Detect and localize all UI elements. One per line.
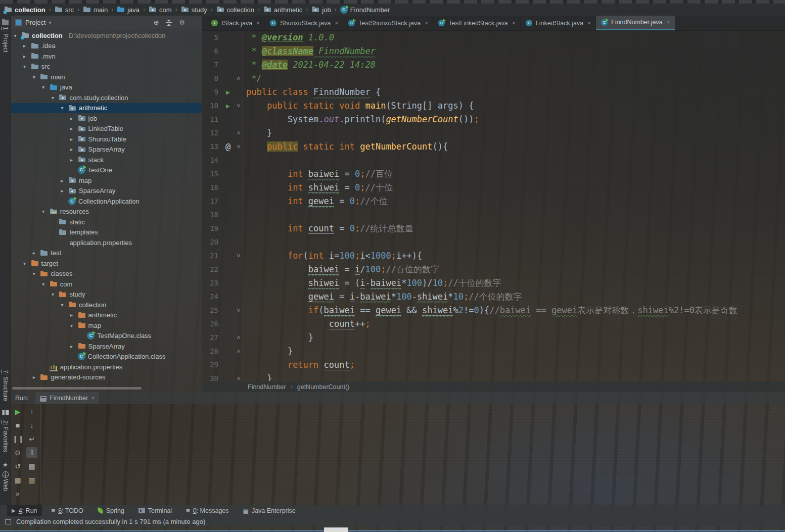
tree-item-java[interactable]: ▾java: [11, 82, 202, 93]
tree-item-SparseArray[interactable]: ▸SparseArray: [11, 186, 202, 197]
annotation-gutter-icon[interactable]: @: [221, 140, 235, 154]
toolwindow-button-6todo[interactable]: ≡6: TODO: [47, 505, 88, 516]
tree-item-com[interactable]: ▾com: [11, 279, 202, 289]
tab-TestShunxuStack.java[interactable]: CTestShunxuStack.java×: [343, 16, 433, 30]
chevron-right-icon[interactable]: ▸: [59, 188, 66, 194]
toolwindow-button-spring[interactable]: Spring: [93, 505, 129, 516]
console-toolbar-soft-wrap-icon[interactable]: ↵: [26, 433, 37, 445]
fold-marker-icon[interactable]: ˅: [235, 140, 243, 154]
breadcrumb-item-collection[interactable]: collection: [4, 6, 45, 14]
gear-icon[interactable]: ⚙: [179, 19, 185, 26]
chevron-down-icon[interactable]: ▾: [40, 84, 47, 90]
tree-item-SparseArray[interactable]: ▸SparseArray: [11, 144, 202, 155]
chevron-right-icon[interactable]: ▸: [21, 54, 28, 59]
toolwindow-button-javaenterprise[interactable]: ▦Java Enterprise: [239, 505, 300, 516]
chevron-right-icon[interactable]: ▸: [68, 116, 75, 121]
console-toolbar-print-icon[interactable]: ▤: [26, 461, 37, 472]
run-toolbar-pause-icon[interactable]: ❙❙: [12, 433, 23, 445]
console-toolbar-clear-all-icon[interactable]: ▥: [26, 474, 37, 486]
close-icon[interactable]: ×: [256, 20, 260, 27]
console-toolbar-up-stacktrace-icon[interactable]: ↑: [26, 406, 37, 417]
breadcrumb-item-study[interactable]: study: [181, 6, 207, 14]
breadcrumb-item-main[interactable]: main: [83, 6, 108, 14]
tab-FinndNumber.java[interactable]: CFinndNumber.java×: [596, 16, 675, 30]
fold-marker-icon[interactable]: ˅: [235, 249, 243, 263]
chevron-down-icon[interactable]: ▾: [49, 20, 51, 25]
chevron-down-icon[interactable]: ▾: [59, 105, 66, 111]
tree-item-.mvn[interactable]: ▸.mvn: [11, 51, 202, 62]
toolwindow-button-project[interactable]: 1: Project: [2, 27, 9, 53]
breadcrumb-item-src[interactable]: src: [55, 6, 74, 14]
chevron-down-icon[interactable]: ▾: [40, 281, 47, 287]
breadcrumb-item-collection[interactable]: collection: [216, 6, 254, 14]
console-toolbar-down-stacktrace-icon[interactable]: ↓: [26, 420, 37, 431]
tab-ShunxuStack.java[interactable]: CShunxuStack.java×: [265, 16, 343, 30]
tree-item-main[interactable]: ▾main: [11, 72, 202, 82]
close-icon[interactable]: ×: [335, 20, 338, 27]
chevron-down-icon[interactable]: ▾: [68, 323, 75, 328]
breadcrumb-item-java[interactable]: java: [117, 6, 140, 14]
chevron-down-icon[interactable]: ▾: [30, 271, 37, 276]
fold-marker-icon[interactable]: ˄: [235, 126, 243, 140]
run-toolbar-camera-icon[interactable]: ⊙: [12, 447, 23, 458]
tree-item-stack[interactable]: ▸stack: [11, 155, 202, 165]
tree-item-test[interactable]: ▸test: [11, 248, 202, 259]
run-line-icon[interactable]: ▶: [221, 85, 235, 99]
chevron-right-icon[interactable]: ▸: [21, 43, 28, 49]
tree-item-TestMapOne.class[interactable]: CTestMapOne.class: [11, 331, 202, 342]
tree-item-generated-sources[interactable]: ▸generated-sources: [11, 372, 202, 383]
breadcrumb-item-FinndNumber[interactable]: CFinndNumber: [340, 6, 390, 14]
chevron-down-icon[interactable]: ▾: [21, 261, 28, 266]
tree-item-ShunxuTable[interactable]: ▸ShunxuTable: [11, 134, 202, 144]
toolwindow-toggle-icon[interactable]: [5, 519, 11, 524]
tree-item-application.properties[interactable]: application.properties: [11, 362, 202, 372]
breadcrumb-item-com[interactable]: com: [149, 6, 172, 14]
fold-marker-icon[interactable]: ˅: [235, 99, 243, 113]
hide-panel-icon[interactable]: —: [192, 19, 199, 26]
code-area[interactable]: 5 * @version 1.0.06 * @className FinndNu…: [202, 31, 785, 381]
tree-item-application.properties[interactable]: application.properties: [11, 237, 202, 248]
run-line-icon[interactable]: ▶: [221, 99, 235, 113]
tab-TestLinkedStack.java[interactable]: CTestLinkedStack.java×: [433, 16, 520, 30]
console-toolbar-scroll-to-end-icon[interactable]: ⇩: [26, 447, 37, 458]
tree-item-CollectionApplication[interactable]: CCollectionApplication: [11, 196, 202, 207]
tree-item-.idea[interactable]: ▸.idea: [11, 41, 202, 52]
run-tab[interactable]: FinndNumber ×: [35, 392, 99, 404]
chevron-down-icon[interactable]: ▾: [59, 302, 66, 308]
tree-item-job[interactable]: ▸job: [11, 113, 202, 124]
tree-item-LinkedTable[interactable]: ▸LinkedTable: [11, 124, 202, 134]
tree-item-target[interactable]: ▾target: [11, 258, 202, 269]
toolwindow-button-terminal[interactable]: Terminal: [134, 505, 176, 516]
tree-item-map[interactable]: ▸map: [11, 175, 202, 186]
toolwindow-button-web[interactable]: Web: [2, 479, 9, 491]
chevron-right-icon[interactable]: ▸: [68, 312, 75, 318]
run-toolbar-more-icon[interactable]: »: [12, 488, 23, 499]
chevron-down-icon[interactable]: ▾: [40, 209, 47, 214]
horizontal-scrollbar[interactable]: [12, 387, 142, 390]
toolwindow-button-0messages[interactable]: ≡0: Messages: [181, 505, 233, 516]
close-icon[interactable]: ×: [587, 20, 591, 27]
chevron-down-icon[interactable]: ▾: [21, 64, 28, 69]
chevron-down-icon[interactable]: ▾: [49, 95, 56, 101]
chevron-right-icon[interactable]: ▸: [68, 147, 75, 152]
run-toolbar-restore-layout-icon[interactable]: ↺: [12, 461, 23, 472]
tree-item-arithmetic[interactable]: ▸arithmetic: [11, 310, 202, 321]
collapse-all-icon[interactable]: [166, 20, 172, 26]
fold-marker-icon[interactable]: ˄: [235, 345, 243, 358]
locate-file-icon[interactable]: ⊕: [153, 19, 159, 26]
close-icon[interactable]: ×: [425, 20, 428, 27]
tree-item-static[interactable]: static: [11, 217, 202, 227]
close-icon[interactable]: ×: [667, 19, 670, 26]
tree-item-classes[interactable]: ▾classes: [11, 269, 202, 279]
tab-IStack.java[interactable]: IIStack.java×: [206, 16, 265, 30]
tree-item-templates[interactable]: templates: [11, 227, 202, 238]
chevron-right-icon[interactable]: ▸: [68, 126, 75, 131]
tree-item-collection[interactable]: ▾collection: [11, 300, 202, 310]
tree-item-arithmetic[interactable]: ▾arithmetic: [11, 103, 202, 114]
chevron-right-icon[interactable]: ▸: [30, 374, 37, 380]
chevron-right-icon[interactable]: ▸: [59, 178, 66, 183]
breadcrumb-class[interactable]: FinndNumber: [248, 383, 286, 391]
tree-item-collection[interactable]: ▾collectionD:\development\project\collec…: [11, 30, 202, 41]
chevron-right-icon[interactable]: ▸: [68, 136, 75, 142]
chevron-right-icon[interactable]: ▸: [68, 344, 75, 349]
